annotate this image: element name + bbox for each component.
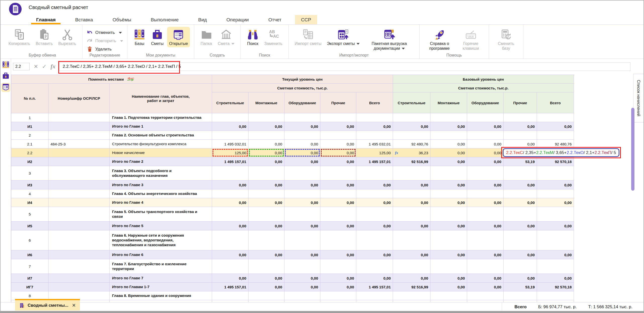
- value-cell[interactable]: [504, 113, 537, 122]
- value-cell[interactable]: [430, 113, 467, 122]
- swap-columns-header[interactable]: Поменять местами: [11, 75, 212, 84]
- name-cell[interactable]: Новое начисление: [110, 148, 212, 157]
- value-cell[interactable]: [320, 291, 356, 300]
- value-cell[interactable]: 0,00: [320, 181, 356, 189]
- value-cell[interactable]: 0,00: [356, 181, 393, 189]
- value-cell[interactable]: 0,00: [504, 274, 537, 283]
- code-cell[interactable]: [48, 166, 110, 181]
- value-cell[interactable]: 0,00: [356, 274, 393, 283]
- vertical-scrollbar[interactable]: [631, 108, 634, 191]
- value-cell[interactable]: 0,00: [430, 122, 467, 131]
- value-cell[interactable]: [249, 131, 284, 140]
- value-cell[interactable]: 0,00: [284, 157, 320, 166]
- value-cell[interactable]: 0,00: [284, 283, 320, 291]
- value-cell[interactable]: [467, 291, 504, 300]
- name-cell[interactable]: Глава 4. Объекты энергетического хозяйст…: [110, 189, 212, 198]
- value-cell[interactable]: 0,00: [467, 181, 504, 189]
- confirm-icon[interactable]: ✓: [42, 64, 47, 70]
- formula-input[interactable]: 2.2.ТекС / 2,35+ 2.2.ТекМ / 3,65+ 2.2.Те…: [59, 62, 630, 71]
- value-cell[interactable]: [284, 259, 320, 274]
- ribbon-tab[interactable]: Главная: [30, 15, 62, 24]
- ribbon-tab[interactable]: Объёмы: [107, 15, 137, 24]
- function-icon[interactable]: fx: [51, 63, 55, 70]
- ribbon-tab[interactable]: Вид: [192, 15, 213, 24]
- value-cell[interactable]: 0,00: [212, 122, 249, 131]
- ribbon-tab[interactable]: Отчет: [262, 15, 287, 24]
- code-cell[interactable]: [48, 148, 110, 157]
- value-cell[interactable]: 0,00: [537, 274, 574, 283]
- bases-button[interactable]: Базы: [131, 27, 147, 47]
- value-cell[interactable]: [249, 166, 284, 181]
- value-cell[interactable]: [320, 113, 356, 122]
- value-cell[interactable]: [467, 207, 504, 222]
- row-number-cell[interactable]: ИГ7: [11, 283, 48, 291]
- value-cell[interactable]: [537, 291, 574, 300]
- value-cell[interactable]: [284, 207, 320, 222]
- change-base-button[interactable]: Сменить базу: [493, 27, 519, 52]
- name-cell[interactable]: Итого по Главе 4: [110, 198, 212, 207]
- value-cell[interactable]: [320, 230, 356, 250]
- value-cell[interactable]: [284, 113, 320, 122]
- value-cell[interactable]: 0,00: [249, 181, 284, 189]
- value-cell[interactable]: [249, 113, 284, 122]
- value-cell[interactable]: 0,00: [212, 181, 249, 189]
- value-cell[interactable]: 1 495 032,01: [356, 140, 393, 148]
- value-cell[interactable]: 0,00: [284, 222, 320, 230]
- value-cell[interactable]: 0,00: [430, 148, 467, 157]
- value-cell[interactable]: 92 516,99: [393, 157, 430, 166]
- value-cell[interactable]: [504, 189, 537, 198]
- value-cell[interactable]: 0,00: [249, 222, 284, 230]
- code-cell[interactable]: [48, 274, 110, 283]
- value-cell[interactable]: 0,00: [249, 283, 284, 291]
- value-cell[interactable]: 0,00: [537, 222, 574, 230]
- value-cell[interactable]: 0,00: [393, 181, 430, 189]
- code-cell[interactable]: [48, 113, 110, 122]
- value-cell[interactable]: [504, 166, 537, 181]
- value-cell[interactable]: [356, 131, 393, 140]
- code-cell[interactable]: [48, 283, 110, 291]
- value-cell[interactable]: 1 495 157,01: [212, 283, 249, 291]
- value-cell[interactable]: [320, 207, 356, 222]
- value-cell[interactable]: [249, 291, 284, 300]
- value-cell[interactable]: 1 495 157,01: [356, 157, 393, 166]
- value-cell[interactable]: [356, 207, 393, 222]
- value-cell[interactable]: [320, 259, 356, 274]
- value-cell[interactable]: 0,00: [430, 140, 467, 148]
- name-cell[interactable]: Глава 2. Основные объекты строительства: [110, 131, 212, 140]
- scissors-button[interactable]: Вырезать: [56, 27, 78, 47]
- row-number-cell[interactable]: И4: [11, 198, 48, 207]
- dropdown-caret-icon[interactable]: [357, 43, 360, 45]
- value-cell[interactable]: 0,00: [467, 157, 504, 166]
- value-cell[interactable]: 0,00: [356, 222, 393, 230]
- value-cell[interactable]: [537, 166, 574, 181]
- value-cell[interactable]: 0,00: [320, 140, 356, 148]
- ribbon-tab[interactable]: ССР: [295, 15, 317, 24]
- building-button[interactable]: Смета: [216, 27, 236, 47]
- row-number-cell[interactable]: 5: [11, 207, 48, 222]
- batch-upload-button[interactable]: Пакетная выгрузка документации: [363, 27, 415, 52]
- value-cell[interactable]: 0,00: [320, 148, 356, 157]
- ribbon-tab[interactable]: Вставка: [69, 15, 99, 24]
- value-cell[interactable]: 0,00: [504, 198, 537, 207]
- value-cell[interactable]: 0,00: [284, 148, 320, 157]
- value-cell[interactable]: 0,00: [356, 250, 393, 259]
- value-cell[interactable]: [212, 189, 249, 198]
- value-cell[interactable]: [430, 131, 467, 140]
- value-cell[interactable]: [320, 189, 356, 198]
- export-button[interactable]: Экспорт сметы: [325, 27, 362, 47]
- value-cell[interactable]: 92 570,18: [537, 283, 574, 291]
- cell-formula-editor[interactable]: 2.2.ТекС / 2,35+ 2.2.ТекМ / 3,65+ 2.2.Те…: [501, 147, 621, 158]
- code-cell[interactable]: [48, 131, 110, 140]
- row-number-cell[interactable]: И3: [11, 181, 48, 189]
- bases-rail-button[interactable]: [1, 61, 10, 70]
- value-cell[interactable]: [537, 113, 574, 122]
- value-cell[interactable]: [212, 207, 249, 222]
- value-cell[interactable]: 0,00: [320, 250, 356, 259]
- value-cell[interactable]: 0,00: [356, 122, 393, 131]
- value-cell[interactable]: 92 570,18: [537, 157, 574, 166]
- value-cell[interactable]: 1 495 157,01: [356, 283, 393, 291]
- value-cell[interactable]: [393, 131, 430, 140]
- value-cell[interactable]: 0,00: [467, 274, 504, 283]
- value-cell[interactable]: [467, 131, 504, 140]
- value-cell[interactable]: [467, 189, 504, 198]
